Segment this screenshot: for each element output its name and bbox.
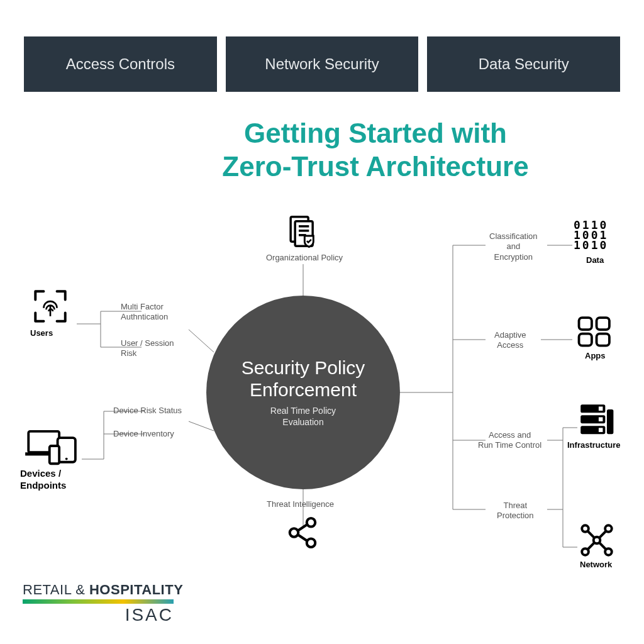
svg-point-41 — [582, 548, 589, 555]
svg-line-43 — [588, 531, 595, 538]
label-mfa: Multi Factor Authntication — [121, 302, 168, 323]
label-adaptive-access: Adaptive Access — [494, 330, 526, 351]
label-network: Network — [580, 560, 612, 570]
svg-line-46 — [599, 543, 606, 550]
title-line-1: Getting Started with — [244, 118, 507, 148]
svg-line-45 — [588, 543, 595, 550]
label-devices-endpoints: Devices / Endpoints — [20, 468, 66, 492]
svg-rect-37 — [607, 409, 613, 434]
label-organizational-policy: Organizational Policy — [264, 253, 345, 263]
svg-rect-21 — [50, 446, 59, 464]
svg-line-44 — [599, 531, 606, 538]
policy-document-icon — [283, 214, 323, 252]
svg-point-23 — [307, 518, 316, 527]
svg-rect-35 — [599, 417, 603, 421]
svg-line-3 — [189, 421, 214, 431]
svg-point-39 — [582, 525, 589, 532]
fingerprint-icon — [25, 288, 75, 327]
svg-rect-29 — [579, 334, 592, 346]
svg-rect-30 — [597, 334, 609, 346]
logo-text-2: ISAC — [23, 605, 174, 625]
logo-gradient-bar — [23, 599, 174, 604]
label-session-risk: User / Session Risk — [121, 338, 174, 359]
label-device-risk: Device Risk Status — [113, 406, 182, 416]
share-nodes-icon — [286, 516, 319, 552]
page-title: Getting Started with Zero-Trust Architec… — [0, 92, 644, 196]
svg-rect-27 — [579, 318, 592, 330]
center-circle: Security Policy Enforcement Real Time Po… — [206, 296, 400, 489]
label-classification-encryption: Classification and Encryption — [489, 231, 538, 262]
zero-trust-diagram: Security Policy Enforcement Real Time Po… — [0, 214, 644, 644]
svg-line-26 — [297, 535, 308, 541]
label-access-runtime: Access and Run Time Control — [478, 430, 541, 451]
svg-point-40 — [605, 525, 612, 532]
tab-access-controls: Access Controls — [24, 36, 217, 92]
svg-rect-34 — [599, 406, 603, 411]
svg-point-20 — [65, 458, 68, 460]
svg-point-24 — [307, 538, 316, 547]
svg-line-25 — [297, 525, 308, 531]
category-tabs: Access Controls Network Security Data Se… — [0, 0, 644, 92]
center-title-1: Security Policy — [242, 357, 365, 379]
svg-rect-28 — [597, 318, 609, 330]
network-graph-icon — [579, 522, 615, 561]
server-rack-icon — [577, 402, 615, 440]
svg-point-38 — [594, 537, 601, 544]
logo-text-1a: RETAIL & — [23, 582, 89, 597]
tab-network-security: Network Security — [226, 36, 419, 92]
label-infrastructure: Infrastructure — [567, 440, 621, 450]
logo-text-1b: HOSPITALITY — [89, 582, 183, 597]
binary-data-icon: 011010011010 — [574, 220, 608, 250]
center-title-2: Enforcement — [250, 379, 357, 401]
label-apps: Apps — [585, 351, 606, 361]
svg-rect-36 — [599, 428, 603, 432]
label-users: Users — [30, 328, 53, 338]
svg-point-42 — [605, 548, 612, 555]
label-data: Data — [586, 255, 604, 265]
devices-icon — [19, 426, 82, 468]
label-threat-intelligence: Threat Intelligence — [267, 499, 334, 509]
title-line-2: Zero-Trust Architecture — [222, 151, 528, 182]
apps-grid-icon — [577, 316, 613, 351]
svg-line-2 — [189, 330, 214, 352]
center-sub-1: Real Time Policy — [270, 406, 336, 417]
svg-point-22 — [290, 528, 299, 537]
label-device-inventory: Device Inventory — [113, 429, 174, 439]
center-sub-2: Evaluation — [282, 417, 323, 428]
rh-isac-logo: RETAIL & HOSPITALITY ISAC — [23, 582, 183, 625]
tab-data-security: Data Security — [427, 36, 620, 92]
label-threat-protection: Threat Protection — [497, 501, 534, 521]
